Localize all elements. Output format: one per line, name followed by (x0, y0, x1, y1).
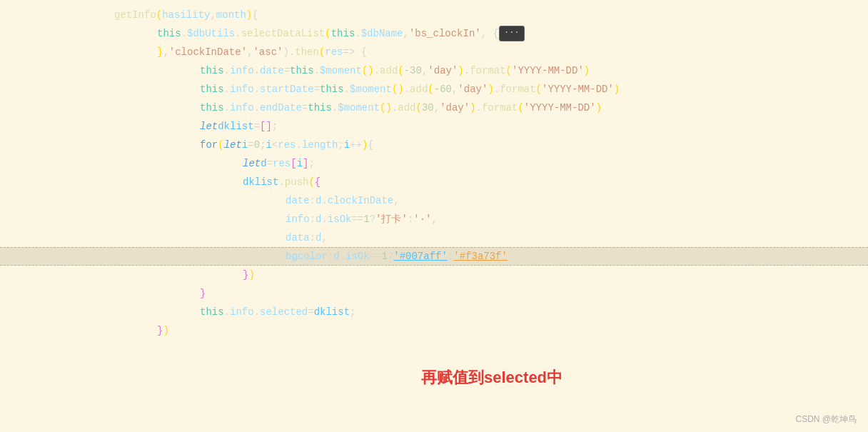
code-line: let d = res[i]; (0, 154, 868, 173)
annotation-assign-selected: 再赋值到selected中 (421, 365, 562, 390)
code-line: }) (0, 266, 868, 284)
code-line: data: d, (0, 228, 868, 247)
code-area: 查数据 放到临时数组 再赋值到selected中 CSDN @乾坤鸟 getIn… (0, 0, 868, 432)
code-line: date: d.clockInDate, (0, 191, 868, 210)
code-line: getInfo(hasility, month) { (0, 6, 868, 24)
code-line: this.$dbUtils.selectDataList(this.$dbNam… (0, 24, 868, 43)
code-line: info: d.isOk == 1 ? '打卡' : '·', (0, 210, 868, 228)
code-line: this.info.startDate = this.$moment().add… (0, 80, 868, 99)
code-line: this.info.selected = dklist; (0, 303, 868, 321)
code-line: }, 'clockInDate', 'asc').then(res => { (0, 43, 868, 61)
code-line: } (0, 284, 868, 303)
watermark: CSDN @乾坤鸟 (795, 413, 857, 426)
code-line: this.info.date = this.$moment().add(-30,… (0, 61, 868, 80)
code-line: }) (0, 321, 868, 340)
code-token: getInfo (114, 7, 156, 23)
code-line-highlighted: bgcolor:d.isOk == 1 ? '#007aff' : '#f3a7… (0, 247, 868, 266)
code-line: this.info.endDate = this.$moment().add(3… (0, 99, 868, 117)
ellipsis-button[interactable]: ··· (499, 26, 525, 41)
code-line: dklist.push({ (0, 173, 868, 191)
code-line: for (let i = 0; i < res.length; i++) { (0, 136, 868, 154)
code-line: let dklist = []; (0, 117, 868, 136)
